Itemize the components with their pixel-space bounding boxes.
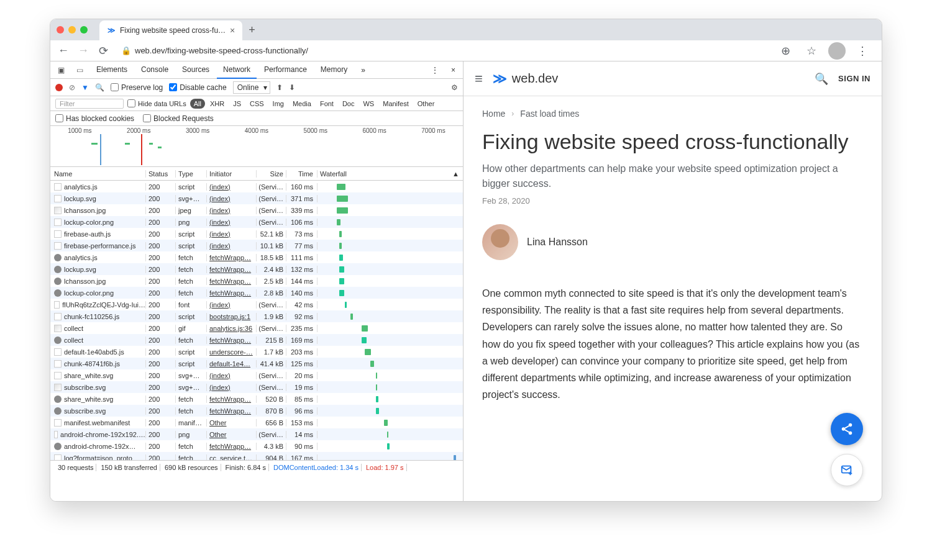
filter-input[interactable]: Filter [55,99,124,109]
search-icon[interactable]: 🔍 [815,72,828,86]
network-row[interactable]: flUhRq6tzZclQEJ-Vdg-Iui…200font(index)(S… [50,299,463,310]
network-row[interactable]: subscribe.svg200fetchfetchWrapp…870 B96 … [50,405,463,417]
devtools-tab-elements[interactable]: Elements [90,61,134,79]
devtools-tab-sources[interactable]: Sources [176,61,216,79]
filter-img[interactable]: Img [269,99,288,109]
network-row[interactable]: android-chrome-192x192.…200pngOther(Serv… [50,428,463,440]
devtools-menu-icon[interactable]: ⋮ [426,66,444,75]
devtools-close-icon[interactable]: × [446,66,460,75]
download-icon[interactable]: ⬇ [289,83,295,92]
network-row[interactable]: collect200fetchfetchWrapp…215 B169 ms [50,334,463,346]
filter-xhr[interactable]: XHR [206,99,228,109]
network-row[interactable]: lockup.svg200svg+…(index)(Servi…371 ms [50,192,463,204]
filter-icon[interactable]: ▼ [81,83,89,92]
signin-button[interactable]: SIGN IN [838,74,870,83]
preserve-log-checkbox[interactable]: Preserve log [111,83,163,92]
network-row[interactable]: chunk-fc110256.js200scriptbootstrap.js:1… [50,310,463,322]
blocked-cookies-checkbox[interactable]: Has blocked cookies [55,114,134,123]
network-row[interactable]: firebase-auth.js200script(index)52.1 kB7… [50,228,463,240]
maximize-window-icon[interactable] [80,26,88,34]
blocked-requests-checkbox[interactable]: Blocked Requests [143,114,214,123]
inspect-icon[interactable]: ▣ [53,66,69,75]
filter-media[interactable]: Media [289,99,315,109]
summary-resources: 690 kB resources [162,464,221,471]
devtools-tab-console[interactable]: Console [135,61,175,79]
filter-ws[interactable]: WS [359,99,378,109]
toolbar: ← → ⟳ 🔒 web.dev/fixing-website-speed-cro… [50,40,882,61]
install-icon[interactable]: ⊕ [776,42,795,60]
network-row[interactable]: chunk-48741f6b.js200scriptdefault-1e4…41… [50,358,463,369]
disable-cache-checkbox[interactable]: Disable cache [169,83,226,92]
menu-icon[interactable]: ⋮ [853,42,872,60]
filter-css[interactable]: CSS [246,99,268,109]
col-waterfall[interactable]: Waterfall▲ [318,170,463,178]
back-button[interactable]: ← [54,42,73,60]
profile-avatar[interactable] [828,42,846,60]
more-tabs-icon[interactable]: » [356,63,370,77]
settings-icon[interactable]: ⚙ [451,83,458,92]
network-row[interactable]: default-1e40abd5.js200scriptunderscore-…… [50,346,463,358]
col-status[interactable]: Status [146,170,176,178]
bookmark-icon[interactable]: ☆ [802,42,821,60]
author-avatar[interactable] [482,224,518,260]
forward-button[interactable]: → [74,42,93,60]
clear-button[interactable]: ⊘ [69,83,75,92]
filter-other[interactable]: Other [414,99,439,109]
hamburger-icon[interactable]: ≡ [475,71,483,87]
filter-js[interactable]: JS [229,99,245,109]
filter-manifest[interactable]: Manifest [379,99,413,109]
network-row[interactable]: analytics.js200script(index)(Servi…160 m… [50,181,463,192]
col-name[interactable]: Name [50,170,146,178]
col-initiator[interactable]: Initiator [207,170,257,178]
page-header: ≡ ≫ web.dev 🔍 SIGN IN [464,61,882,96]
record-button[interactable] [55,84,63,91]
devtools-tab-network[interactable]: Network [217,61,257,79]
network-row[interactable]: lockup-color.png200fetchfetchWrapp…2.8 k… [50,287,463,299]
subscribe-fab[interactable] [831,454,863,486]
network-row[interactable]: analytics.js200fetchfetchWrapp…18.5 kB11… [50,251,463,263]
search-icon[interactable]: 🔍 [95,83,104,92]
devtools-tab-memory[interactable]: Memory [314,61,354,79]
filter-doc[interactable]: Doc [339,99,359,109]
network-row[interactable]: log?format=json_proto200fetchcc_service.… [50,452,463,460]
summary-finish: Finish: 6.84 s [223,464,269,471]
reload-button[interactable]: ⟳ [94,42,112,60]
network-row[interactable]: collect200gifanalytics.js:36(Servi…235 m… [50,322,463,334]
device-icon[interactable]: ▭ [71,66,88,75]
network-row[interactable]: manifest.webmanifest200manif…Other656 B1… [50,417,463,428]
network-row[interactable]: firebase-performance.js200script(index)1… [50,240,463,251]
network-row[interactable]: android-chrome-192x…200fetchfetchWrapp…4… [50,440,463,452]
browser-tab[interactable]: ≫ Fixing website speed cross-fu… × [99,20,242,40]
site-logo[interactable]: ≫ web.dev [493,71,559,87]
col-type[interactable]: Type [176,170,207,178]
summary-requests: 30 requests [55,464,96,471]
devtools-tab-performance[interactable]: Performance [258,61,313,79]
close-window-icon[interactable] [57,26,64,34]
publish-date: Feb 28, 2020 [482,196,863,205]
network-row[interactable]: share_white.svg200fetchfetchWrapp…520 B8… [50,393,463,405]
network-row[interactable]: lchansson.jpg200fetchfetchWrapp…2.5 kB14… [50,275,463,287]
col-time[interactable]: Time [286,170,318,178]
minimize-window-icon[interactable] [68,26,76,34]
timeline-overview[interactable]: 1000 ms2000 ms3000 ms4000 ms5000 ms6000 … [50,126,463,167]
author-name[interactable]: Lina Hansson [527,237,588,248]
filter-all[interactable]: All [190,99,205,109]
network-grid[interactable]: analytics.js200script(index)(Servi…160 m… [50,181,463,460]
filter-font[interactable]: Font [316,99,337,109]
col-size[interactable]: Size [257,170,286,178]
network-row[interactable]: subscribe.svg200svg+…(index)(Servi…19 ms [50,381,463,393]
network-row[interactable]: lchansson.jpg200jpeg(index)(Servi…339 ms [50,204,463,216]
crumb-section[interactable]: Fast load times [520,109,579,119]
close-tab-icon[interactable]: × [230,25,235,35]
network-row[interactable]: share_white.svg200svg+…(index)(Servi…20 … [50,369,463,381]
share-fab[interactable] [831,413,863,445]
network-row[interactable]: lockup-color.png200png(index)(Servi…106 … [50,216,463,228]
network-row[interactable]: lockup.svg200fetchfetchWrapp…2.4 kB132 m… [50,263,463,275]
crumb-home[interactable]: Home [482,109,505,119]
throttle-select[interactable]: Online [233,81,271,94]
new-tab-button[interactable]: + [242,20,262,40]
upload-icon[interactable]: ⬆ [276,83,283,92]
filter-bar: Filter Hide data URLs AllXHRJSCSSImgMedi… [50,96,463,111]
address-bar[interactable]: 🔒 web.dev/fixing-website-speed-cross-fun… [114,46,775,55]
hide-data-urls-checkbox[interactable]: Hide data URLs [127,99,186,107]
